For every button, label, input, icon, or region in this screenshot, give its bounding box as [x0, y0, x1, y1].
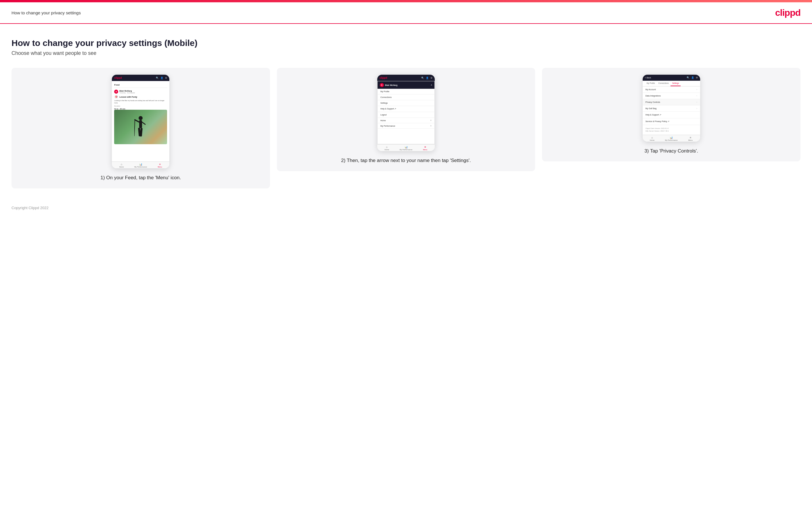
header: How to change your privacy settings clip…: [0, 2, 812, 24]
privacy-controls-label: Privacy Controls: [646, 101, 660, 103]
search-icon-3: 🔍: [687, 76, 690, 79]
lesson-icon: 🎯: [114, 95, 118, 99]
chevron-down-icon: ∨: [430, 119, 432, 121]
my-account-label: My Account: [646, 89, 656, 91]
tab-connections-3: Connections: [657, 81, 670, 86]
dropdown-my-profile: My Profile: [377, 89, 435, 95]
phone-2-nav-icons: 🔍 👤 ⚙: [421, 77, 433, 79]
svg-rect-1: [139, 120, 142, 128]
my-golf-bag-label: My Golf Bag: [646, 107, 657, 109]
lesson-title: Lesson with Fordy: [119, 96, 137, 98]
avatar: B: [114, 90, 118, 94]
step-3-phone: < Back 🔍 👤 ⚙ My Profile Connections Sett…: [643, 75, 700, 142]
dropdown-help-support: Help & Support ↗: [377, 106, 435, 112]
dropdown-performance-label: My Performance: [380, 125, 395, 127]
home-icon: ⌂: [121, 163, 122, 166]
phone-3-tabbar: ⌂ Home 📊 My Performance ≡ Menu: [643, 135, 700, 142]
phone-2-logo: clippd: [379, 76, 387, 79]
svg-line-3: [142, 122, 145, 124]
search-icon: 🔍: [156, 77, 159, 79]
chevron-up-icon: ∧: [431, 84, 432, 86]
dropdown-logout: Logout: [377, 112, 435, 118]
settings-help-support: Help & Support ↗: [643, 112, 700, 118]
feed-user-info: Blair McHarg Yesterday · Sunningdale: [119, 90, 135, 94]
tab-home-3: ⌂ Home: [643, 136, 662, 141]
golf-image: [114, 110, 167, 144]
phone-1-nav-icons: 🔍 👤 ⚙: [156, 77, 167, 79]
tab-my-profile-3: My Profile: [645, 81, 657, 86]
home-icon-3: ⌂: [651, 136, 653, 139]
performance-icon-3: 📊: [670, 136, 673, 139]
dropdown-home-section: Home ∨: [377, 118, 435, 123]
page-heading: How to change your privacy settings (Mob…: [11, 38, 801, 48]
golfer-silhouette: [114, 110, 167, 144]
feed-user-row: B Blair McHarg Yesterday · Sunningdale: [114, 90, 167, 94]
chevron-right-icon-2: ›: [697, 95, 697, 97]
step-3-card: < Back 🔍 👤 ⚙ My Profile Connections Sett…: [542, 68, 801, 161]
step-2-caption: 2) Then, tap the arrow next to your name…: [341, 157, 471, 164]
user-icon: 👤: [160, 77, 163, 79]
phone-1-tabbar: ⌂ Home 📊 My Performance ≡ Menu: [112, 161, 169, 168]
tab-menu-3: ≡ Menu: [681, 136, 700, 141]
phone-2-tabbar: ⌂ Home 📊 My Performance ✕ Menu: [377, 144, 435, 151]
footer: Copyright Clippd 2022: [0, 200, 812, 216]
settings-tabs: My Profile Connections Settings: [643, 81, 700, 87]
phone-1-content: Feed B Blair McHarg Yesterday · Sunningd…: [112, 81, 169, 161]
dropdown-overlay: B Blair McHarg ∧ My Profile Connections …: [377, 81, 435, 144]
tab-home: ⌂ Home: [112, 163, 131, 168]
data-integrations-label: Data Integrations: [646, 95, 661, 97]
step-1-card: clippd 🔍 👤 ⚙ Feed B Blair McHarg Yester: [11, 68, 270, 188]
dropdown-performance-section: My Performance ∨: [377, 123, 435, 129]
dropdown-connections: Connections: [377, 95, 435, 100]
user-icon-2: 👤: [426, 77, 429, 79]
chevron-right-icon-1: ›: [697, 89, 697, 91]
step-3-caption: 3) Tap 'Privacy Controls'.: [644, 147, 698, 155]
tab-my-performance: 📊 My Performance: [131, 163, 150, 168]
feed-duration-label: Duration: [114, 105, 167, 107]
settings-icon: ⚙: [165, 77, 167, 79]
step-1-caption: 1) On your Feed, tap the 'Menu' icon.: [101, 174, 181, 181]
dropdown-settings: Settings: [377, 100, 435, 106]
step-1-phone: clippd 🔍 👤 ⚙ Feed B Blair McHarg Yester: [112, 75, 169, 168]
menu-icon: ≡: [159, 163, 160, 166]
version-line-1: Clippd Client Version: 2022.8.3-3: [646, 127, 697, 130]
svg-line-6: [134, 120, 135, 136]
svg-rect-5: [140, 128, 143, 136]
back-button: < Back: [645, 77, 651, 79]
settings-privacy-policy: Service & Privacy Policy ↗: [643, 118, 700, 125]
performance-icon-2: 📊: [405, 146, 408, 149]
settings-back-bar: < Back 🔍 👤 ⚙: [643, 75, 700, 81]
feed-text: Looking to feel like my hands are exitin…: [114, 100, 167, 104]
copyright-text: Copyright Clippd 2022: [11, 206, 49, 210]
page-subheading: Choose what you want people to see: [11, 50, 801, 56]
tab-settings-3: Settings: [670, 81, 681, 86]
help-support-label: Help & Support ↗: [646, 114, 661, 116]
feed-user-sub: Yesterday · Sunningdale: [119, 92, 135, 94]
svg-point-0: [139, 116, 143, 120]
tab-performance-2: 📊 My Performance: [397, 146, 416, 151]
step-2-phone: clippd 🔍 👤 ⚙ B Blair McHarg ∧: [377, 75, 435, 151]
phone-1-navbar: clippd 🔍 👤 ⚙: [112, 75, 169, 81]
dropdown-user-name: Blair McHarg: [385, 84, 397, 86]
chevron-down-icon-2: ∨: [430, 125, 432, 127]
dropdown-user-left: B Blair McHarg: [380, 83, 397, 87]
logo: clippd: [775, 7, 801, 18]
feed-label: Feed: [114, 83, 167, 88]
dropdown-avatar: B: [380, 83, 384, 87]
settings-my-golf-bag: My Golf Bag ›: [643, 105, 700, 112]
settings-my-account: My Account ›: [643, 87, 700, 93]
svg-line-2: [135, 120, 139, 122]
tab-performance-3: 📊 My Performance: [662, 136, 681, 141]
steps-row: clippd 🔍 👤 ⚙ Feed B Blair McHarg Yester: [11, 68, 801, 188]
dropdown-user-row: B Blair McHarg ∧: [377, 81, 435, 89]
step-2-card: clippd 🔍 👤 ⚙ B Blair McHarg ∧: [277, 68, 536, 171]
main-content: How to change your privacy settings (Mob…: [0, 24, 812, 200]
performance-icon: 📊: [139, 163, 142, 166]
top-accent-bar: [0, 0, 812, 2]
settings-data-integrations: Data Integrations ›: [643, 93, 700, 99]
user-icon-3: 👤: [691, 76, 694, 79]
version-line-2: GQL Server Version: 2022.7.30-1: [646, 130, 697, 132]
chevron-right-icon-4: ›: [697, 107, 697, 109]
feed-user-name: Blair McHarg: [119, 90, 135, 92]
settings-icon-2: ⚙: [430, 77, 433, 79]
